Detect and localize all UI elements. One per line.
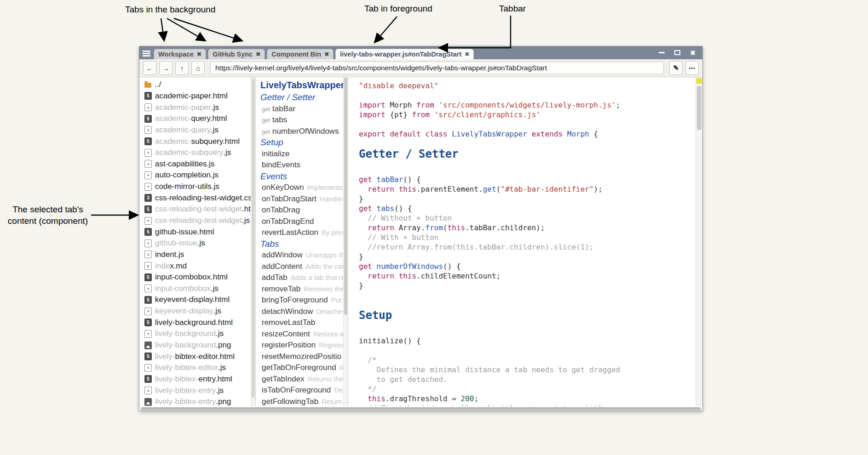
method-description: Register (319, 341, 345, 349)
file-row[interactable]: lively-background.js (144, 328, 255, 340)
outline-method[interactable]: gettabBar (260, 103, 348, 115)
outline-method[interactable]: isTabOnForegroundDe (260, 385, 348, 396)
file-row[interactable]: academic-query.js (144, 125, 255, 136)
scrollbar-thumb[interactable] (252, 78, 255, 398)
tab-close-icon[interactable]: ✖ (465, 51, 469, 57)
file-row[interactable]: ../ (144, 79, 255, 91)
file-row[interactable]: css-reloading-test-widget.cs (144, 192, 255, 204)
html-file-icon (144, 353, 152, 360)
outline-method[interactable]: onTabDrag (260, 205, 348, 216)
outline-method[interactable]: resizeContentResizes a (260, 329, 348, 340)
file-row[interactable]: lively-background.html (144, 317, 255, 328)
png-file-icon (144, 341, 152, 349)
up-button[interactable]: ↑ (175, 61, 189, 75)
edit-pencil-button[interactable]: ✎ (669, 61, 683, 75)
file-row[interactable]: lively-bibtex-entry.html (144, 374, 255, 385)
outline-method[interactable]: getTabIndexReturns the (260, 374, 348, 385)
file-row[interactable]: keyevent-display.html (144, 294, 255, 306)
outline-method[interactable]: revertLastActionBy pres (260, 227, 348, 239)
tab-background[interactable]: Component Bin✖ (267, 49, 333, 59)
file-row[interactable]: keyevent-display.js (144, 306, 255, 317)
scrollbar-thumb[interactable] (344, 78, 347, 315)
file-row[interactable]: index.md (144, 260, 255, 272)
js-file-icon (144, 217, 152, 225)
outline-method[interactable]: getTabOnForegroundR (260, 362, 348, 374)
file-row[interactable]: lively-background.png (144, 340, 255, 351)
outline-method[interactable]: onKeyDownImplements (260, 182, 348, 193)
menu-icon[interactable] (143, 51, 150, 57)
file-row[interactable]: lively-bibtex-editor.html (144, 351, 255, 362)
tab-background[interactable]: Workspace✖ (154, 49, 206, 59)
home-button[interactable]: ⌂ (191, 61, 205, 75)
outline-method[interactable]: getnumberOfWindows (260, 126, 348, 137)
file-row[interactable]: auto-completion.js (144, 170, 255, 181)
outline-method[interactable]: bringToForegroundPut (260, 295, 348, 306)
outline-class-title[interactable]: LivelyTabsWrapper (260, 80, 348, 91)
outline-method[interactable]: getFollowingTabReturn (260, 396, 348, 407)
file-name: .js (223, 148, 231, 157)
url-input[interactable] (210, 62, 664, 74)
file-list-scrollbar[interactable] (251, 77, 255, 406)
maximize-icon[interactable] (674, 50, 680, 55)
file-name: .js (211, 284, 218, 293)
outline-method[interactable]: registerPositionRegister (260, 340, 348, 351)
outline-method[interactable]: bindEvents (260, 159, 348, 171)
tab-close-icon[interactable]: ✖ (256, 51, 260, 57)
code-section-heading: Getter / Setter (359, 147, 702, 161)
back-button[interactable]: ← (143, 61, 156, 75)
tab-label: lively-tabs-wrapper.js#onTabDragStart (340, 51, 461, 58)
outline-method[interactable]: addWindowUnwrapps th (260, 250, 348, 261)
minimize-icon[interactable] (659, 52, 665, 53)
outline-method[interactable]: onTabDragStartHandles (260, 193, 348, 205)
file-row[interactable]: ast-capabilities.js (144, 158, 255, 170)
outline-method[interactable]: detachWindowDetaches (260, 306, 348, 318)
outline-method[interactable]: addTabAdds a tab that ref (260, 272, 348, 284)
tab-foreground[interactable]: lively-tabs-wrapper.js#onTabDragStart✖ (335, 49, 474, 59)
file-row[interactable]: lively-bibtex-editor.js (144, 362, 255, 374)
file-row[interactable]: lively-bibtex-entry.js (144, 385, 255, 396)
more-options-button[interactable]: ••• (685, 61, 699, 75)
file-row[interactable]: academic-query.html (144, 113, 255, 125)
tab-background[interactable]: GitHub Sync✖ (208, 49, 265, 59)
method-name: resizeContent (262, 330, 310, 338)
outline-category[interactable]: Tabs (260, 239, 348, 250)
outline-method[interactable]: onTabDragEnd (260, 216, 348, 228)
annotation-tabbar: Tabbar (499, 4, 526, 14)
file-row[interactable]: academic-subquery.html (144, 136, 255, 147)
file-row[interactable]: academic-paper.js (144, 102, 255, 113)
forward-button[interactable]: → (159, 61, 172, 75)
tab-close-icon[interactable]: ✖ (197, 51, 201, 57)
outline-method[interactable]: resetMemoziredPositio (260, 351, 348, 363)
file-row[interactable]: input-combobox.js (144, 283, 255, 295)
code-scrollbar[interactable] (696, 77, 702, 406)
file-row[interactable]: input-combobox.html (144, 272, 255, 283)
outline-category[interactable]: Setup (260, 137, 348, 148)
file-row[interactable]: indent.js (144, 249, 255, 261)
scrollbar-thumb[interactable] (697, 86, 701, 130)
file-row[interactable]: code-mirror-utils.js (144, 181, 255, 193)
file-name: .js (216, 329, 224, 338)
file-row[interactable]: lively-bibtex-entry.png (144, 396, 255, 406)
window-bottom-scrollbar[interactable] (141, 407, 701, 410)
tab-close-icon[interactable]: ✖ (324, 51, 329, 57)
file-row[interactable]: academic-subquery.js (144, 147, 255, 159)
close-icon[interactable]: ✖ (690, 51, 696, 55)
method-description: Removes the (304, 285, 344, 293)
file-row[interactable]: css-reloading-test-widget.js (144, 215, 255, 227)
file-row[interactable]: github-issue.html (144, 226, 255, 238)
outline-method[interactable]: removeTabRemoves the (260, 284, 348, 295)
file-name: .js (213, 307, 221, 316)
file-row[interactable]: css-reloading-test-widget.ht (144, 204, 255, 215)
file-name-dim: academic- (155, 114, 191, 123)
outline-method[interactable]: removeLastTab (260, 317, 348, 329)
outline-method[interactable]: gettabs (260, 114, 348, 126)
outline-category[interactable]: Events (260, 171, 348, 182)
navigation-bar: ← → ↑ ⌂ ✎ ••• (139, 59, 702, 77)
outline-scrollbar[interactable] (343, 77, 348, 406)
file-row[interactable]: github-issue.js (144, 238, 255, 249)
code-editor-pane[interactable]: "disable deepeval"import Morph from 'src… (348, 77, 702, 406)
outline-method[interactable]: addContentAdds the con (260, 261, 348, 273)
outline-category[interactable]: Getter / Setter (260, 92, 348, 103)
file-row[interactable]: academic-paper.html (144, 91, 255, 102)
outline-method[interactable]: initialize (260, 148, 348, 160)
